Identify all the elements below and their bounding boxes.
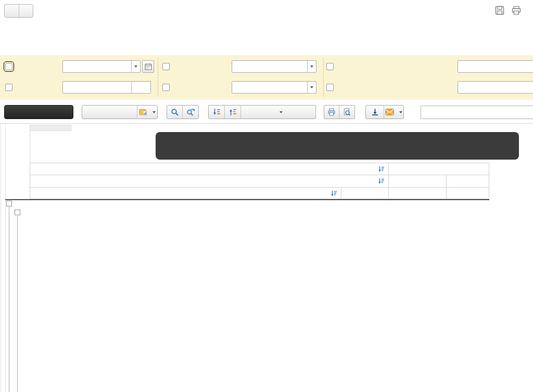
collapse-up-icon: [229, 108, 237, 116]
col-header-end-balance[interactable]: [389, 163, 489, 175]
fixed-header-block: [30, 125, 71, 131]
col-header-empty: [447, 188, 489, 199]
responsible-value: [458, 82, 533, 93]
search-next-button[interactable]: [183, 106, 198, 119]
search-next-icon: [186, 108, 195, 116]
save-icon[interactable]: [494, 5, 505, 16]
calendar-button[interactable]: [142, 60, 154, 73]
preview-icon: [343, 108, 351, 116]
search-button[interactable]: [167, 106, 183, 119]
filter-separator: [323, 58, 324, 97]
group-collapse-button[interactable]: [15, 210, 20, 215]
collapse-levels-button[interactable]: [225, 106, 241, 119]
expand-to-button[interactable]: [241, 106, 315, 119]
col-header-empty: [389, 188, 447, 199]
col-header-nomenclature[interactable]: [30, 188, 341, 199]
group-collapse-button[interactable]: [6, 201, 12, 206]
back-button[interactable]: [5, 5, 19, 17]
print-report-button[interactable]: [324, 106, 339, 119]
storage-filter-checkbox[interactable]: [162, 63, 170, 70]
nomenclature-input[interactable]: [232, 81, 316, 94]
sort-icon[interactable]: [331, 190, 337, 197]
generate-button[interactable]: [4, 105, 73, 119]
group-tree-line: [17, 216, 18, 392]
nomenclature-value: [232, 82, 307, 93]
row-header-column-line: [5, 124, 6, 392]
chevron-down-icon: [153, 111, 156, 113]
history-nav-group: [4, 4, 33, 18]
org-select-button[interactable]: [131, 82, 150, 93]
filter-panel: [0, 55, 533, 100]
quick-filter-input[interactable]: [421, 106, 533, 119]
type-value: [458, 61, 533, 72]
sort-icon[interactable]: [378, 178, 385, 185]
col-header-storage[interactable]: [30, 175, 389, 188]
storage-input[interactable]: [232, 60, 316, 73]
chevron-down-icon: [280, 111, 283, 113]
printer-icon: [327, 108, 336, 116]
org-input[interactable]: [62, 81, 151, 94]
preview-button[interactable]: [339, 106, 354, 119]
type-filter-checkbox[interactable]: [326, 63, 334, 70]
nomenclature-dropdown-button[interactable]: [307, 82, 316, 93]
group-tree-line: [9, 207, 9, 392]
col-header-org[interactable]: [30, 163, 389, 175]
storage-dropdown-button[interactable]: [307, 61, 316, 72]
date-input[interactable]: [62, 60, 141, 73]
send-mail-button[interactable]: [384, 106, 403, 119]
nomenclature-filter-checkbox[interactable]: [162, 84, 170, 91]
org-value: [63, 82, 131, 93]
print-group: [324, 105, 355, 119]
settings-group: [82, 105, 158, 119]
search-group: [167, 105, 199, 119]
print-icon[interactable]: [511, 5, 522, 16]
forward-button[interactable]: [19, 5, 33, 17]
storage-value: [232, 61, 307, 72]
save-report-button[interactable]: [366, 106, 384, 119]
settings-button[interactable]: [82, 106, 137, 119]
responsible-filter-checkbox[interactable]: [326, 84, 334, 91]
mail-icon: [385, 109, 394, 115]
toolbar-divider: [0, 123, 533, 124]
type-input[interactable]: [458, 60, 533, 73]
expand-down-icon: [213, 108, 221, 116]
chevron-down-icon: [310, 86, 313, 88]
callout: [156, 132, 519, 160]
header-bottom-rule: [5, 199, 489, 200]
calendar-icon: [145, 63, 152, 70]
expand-levels-button[interactable]: [209, 106, 225, 119]
chevron-down-icon: [399, 111, 402, 113]
org-filter-checkbox[interactable]: [5, 84, 12, 91]
search-icon: [171, 108, 179, 116]
date-placeholder: [63, 61, 131, 72]
report-variant-icon: [139, 108, 147, 116]
date-filter-checkbox[interactable]: [5, 63, 12, 70]
sort-icon[interactable]: [378, 166, 385, 173]
responsible-input[interactable]: [458, 81, 533, 94]
col-header-sum[interactable]: [447, 175, 489, 188]
report-left-border: [1, 124, 1, 392]
export-group: [365, 105, 404, 119]
date-dropdown-button[interactable]: [131, 61, 140, 72]
download-icon: [371, 108, 379, 116]
filter-separator: [158, 58, 158, 97]
col-header-qty[interactable]: [389, 175, 447, 188]
col-header-unit[interactable]: [341, 188, 389, 199]
expand-group: [208, 105, 316, 119]
chevron-down-icon: [310, 66, 313, 68]
chevron-down-icon: [134, 66, 137, 68]
report-variants-button[interactable]: [137, 106, 157, 119]
